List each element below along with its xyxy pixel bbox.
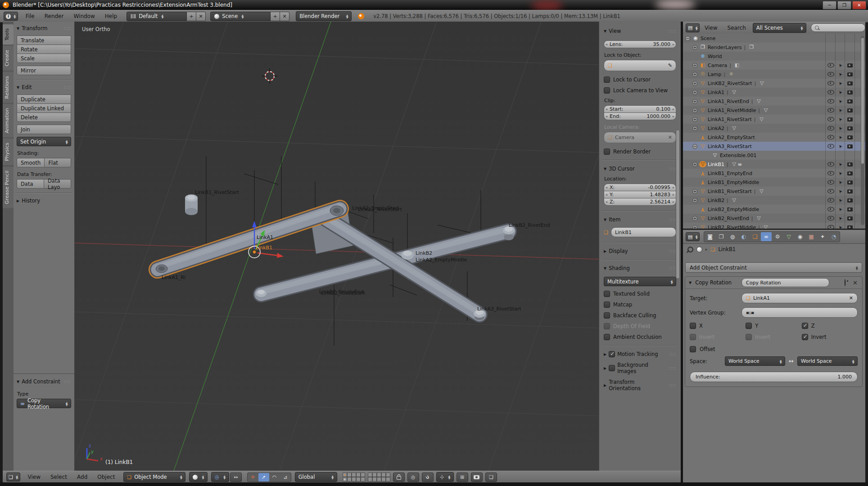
cursor-panel-header[interactable]: ▼3D Cursor:::: — [604, 166, 676, 172]
layer-toggle[interactable] — [356, 477, 361, 482]
expander-icon[interactable] — [692, 90, 697, 95]
properties-tab[interactable]: ▦ — [806, 232, 817, 241]
outliner-search-input[interactable] — [811, 23, 865, 32]
edit-button[interactable]: Duplicate Linked — [17, 104, 71, 113]
target-space-dropdown[interactable]: World Space▲▼ — [725, 356, 785, 366]
outliner-row[interactable]: LinkB2 | ∞ ➤ — [683, 196, 865, 205]
snap-toggle[interactable]: ∪ — [422, 472, 434, 482]
outliner-row[interactable]: LinkA1_RivetStart | ∞ ➤ — [683, 115, 865, 124]
delete-constraint-icon[interactable]: ✕ — [853, 279, 858, 286]
add-layout-button[interactable]: + — [187, 12, 196, 21]
shading-option-row[interactable]: Textured Solid — [604, 291, 676, 297]
layer-toggle[interactable] — [377, 477, 381, 482]
viewport-menu-item[interactable]: Add — [72, 472, 92, 482]
add-constraint-panel-header[interactable]: ▼ Add Constraint:::: — [17, 378, 71, 385]
3d-viewport[interactable]: User Ortho LinkB1_RivetStartLinkA1LinkB1… — [75, 22, 599, 471]
selectable-arrow-icon[interactable]: ➤ — [837, 206, 844, 212]
properties-tab[interactable]: ∞ — [761, 232, 772, 241]
edit-button[interactable]: Delete — [17, 112, 71, 122]
outliner-item-label[interactable]: LinkA1 — [708, 90, 724, 95]
properties-tab[interactable]: ◐ — [738, 232, 749, 241]
pin-icon[interactable] — [686, 245, 694, 253]
properties-tab[interactable]: ◉ — [795, 232, 805, 241]
outliner-row[interactable]: LinkA2 | ∞ ➤ — [683, 124, 865, 133]
target-field[interactable]: ❑ LinkA1 ✕ — [741, 293, 858, 303]
visibility-eye-icon[interactable] — [827, 90, 834, 94]
selectable-arrow-icon[interactable]: ➤ — [837, 116, 844, 122]
set-origin-dropdown[interactable]: Set Origin▲▼ — [17, 137, 71, 146]
constraint-name-field[interactable]: Copy Rotation — [741, 278, 829, 287]
layer-toggle[interactable] — [368, 472, 372, 477]
visibility-eye-icon[interactable] — [827, 81, 834, 86]
data-layout-button[interactable]: Data Layo — [44, 179, 71, 189]
properties-tab[interactable]: ✦ — [817, 232, 828, 241]
visibility-eye-icon[interactable] — [827, 63, 834, 68]
toolshelf-tab[interactable]: Animation — [3, 104, 14, 137]
checkbox[interactable] — [604, 76, 610, 83]
invert-toggle[interactable]: Invert — [746, 334, 801, 340]
checkbox[interactable] — [609, 351, 615, 357]
display-mode-dropdown[interactable]: All Scenes▲▼ — [753, 23, 806, 33]
checkbox[interactable] — [609, 365, 615, 371]
outliner-row[interactable]: LinkB1_EmptyEnd | ∞ ➤ — [683, 169, 865, 178]
clear-icon[interactable]: ✕ — [849, 295, 853, 301]
background-images-header[interactable]: ▶ Background Images:::: — [604, 362, 676, 374]
outliner-row[interactable]: Scene | ∞ ➤ — [683, 34, 865, 43]
screen-layout-selector[interactable]: Default▲▼ + ✕ — [127, 12, 206, 21]
shading-option-row[interactable]: Matcap — [604, 302, 676, 308]
outliner-item-label[interactable]: LinkB2 — [708, 198, 724, 203]
checkbox[interactable] — [802, 323, 808, 329]
checkbox[interactable] — [746, 334, 752, 340]
outliner-item-label[interactable]: Scene — [701, 36, 716, 41]
influence-slider[interactable]: Influence: 1.000 — [690, 372, 858, 382]
expander-icon[interactable] — [692, 162, 697, 167]
maximize-button[interactable]: ❐ — [837, 1, 851, 9]
properties-tab[interactable]: ▽ — [783, 232, 794, 241]
render-engine-select[interactable]: Blender Render▲▼ — [296, 11, 352, 21]
expander-icon[interactable] — [692, 99, 697, 104]
properties-tab[interactable]: ⚙ — [772, 232, 783, 241]
outliner-row[interactable]: LinKB2_RivetStart | ∞ ➤ — [683, 79, 865, 88]
outliner-item-label[interactable]: LinkA2_EmptyStart — [708, 135, 755, 140]
layer-toggle[interactable] — [361, 472, 365, 477]
outliner-item-label[interactable]: World — [708, 54, 722, 59]
vertex-group-field[interactable]: ▪▫▪ — [741, 307, 858, 318]
outliner-row[interactable]: LinkB1 | ∞ ➤ — [683, 160, 865, 169]
visibility-eye-icon[interactable] — [827, 180, 834, 184]
expander-icon[interactable] — [692, 216, 697, 221]
item-panel-header[interactable]: ▼Item:::: — [604, 216, 676, 223]
lock-to-cursor-row[interactable]: Lock to Cursor — [604, 76, 676, 83]
layer-toggle[interactable] — [386, 477, 390, 482]
layer-toggle[interactable] — [377, 472, 381, 477]
properties-tab[interactable]: ◔ — [828, 232, 839, 241]
outliner-row[interactable]: LinkA1 | ∞ ➤ — [683, 88, 865, 97]
visibility-eye-icon[interactable] — [827, 135, 834, 140]
checkbox[interactable] — [604, 148, 610, 155]
constraint-panel-header[interactable]: ▼ Copy Rotation Copy Rotation ✕ — [685, 277, 862, 289]
pivot-align-toggle[interactable]: ↔ — [230, 472, 242, 482]
viewport-shading-dropdown[interactable]: ▲▼ — [189, 472, 208, 482]
editor-type-button[interactable]: ❑▲▼ — [6, 472, 20, 482]
selectable-arrow-icon[interactable]: ➤ — [837, 215, 844, 221]
outliner-row[interactable]: RenderLayers | ∞ ➤ — [683, 43, 865, 52]
renderable-camera-icon[interactable] — [847, 135, 853, 140]
expander-icon[interactable] — [692, 198, 697, 203]
checkbox[interactable] — [604, 87, 610, 94]
menu-item[interactable]: Window — [68, 11, 99, 22]
mirror-button[interactable]: Mirror — [17, 66, 71, 75]
pivot-point-dropdown[interactable]: ◎▲▼ — [211, 472, 229, 482]
outliner-item-label[interactable]: LinkB2_EmptyMiddle — [708, 207, 759, 212]
breadcrumb-object-name[interactable]: LinkB1 — [718, 246, 736, 252]
opengl-render-button[interactable] — [471, 472, 483, 482]
axis-toggle[interactable]: X — [690, 323, 746, 329]
properties-tab[interactable]: ❑ — [750, 232, 760, 241]
expander-icon[interactable] — [692, 45, 697, 50]
layer-toggle[interactable] — [372, 472, 377, 477]
selectable-arrow-icon[interactable]: ➤ — [837, 170, 844, 176]
transform-button[interactable]: Scale — [17, 54, 71, 63]
scrollbar[interactable] — [676, 130, 680, 279]
join-button[interactable]: Join — [17, 125, 71, 134]
cursor-y-field[interactable]: ◂Y:1.48283▸ — [604, 191, 676, 198]
renderable-camera-icon[interactable] — [847, 99, 853, 104]
outliner-item-label[interactable]: Extensible.001 — [720, 153, 757, 158]
